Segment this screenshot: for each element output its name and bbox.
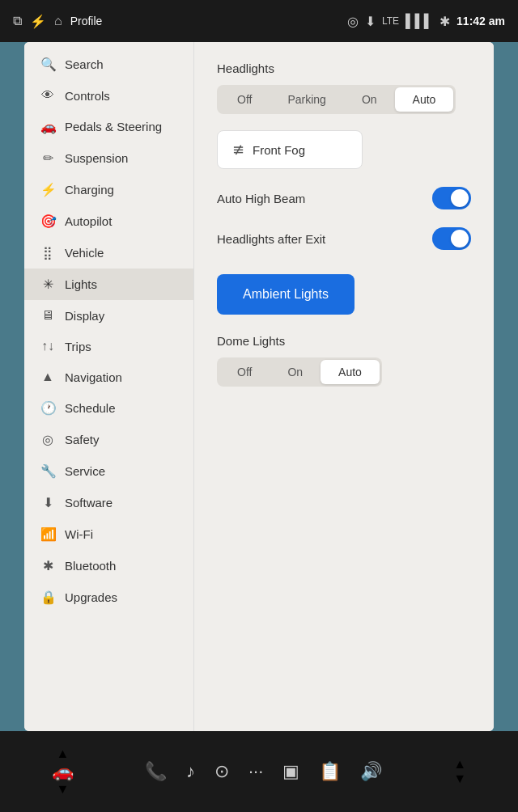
taskbar-car-icon[interactable]: 🚗 [52, 761, 74, 782]
taskbar-music-icon[interactable]: ♪ [186, 761, 195, 782]
ambient-lights-button[interactable]: Ambient Lights [217, 274, 355, 315]
sidebar-item-service[interactable]: 🔧 Service [24, 455, 193, 487]
headlights-exit-row: Headlights after Exit [217, 221, 471, 256]
sidebar-label-trips: Trips [65, 340, 91, 353]
headlights-parking-btn[interactable]: Parking [270, 87, 343, 112]
wifi-icon: 📶 [40, 527, 55, 542]
status-left-icons: ⧉ ⚡ ⌂ Profile [13, 14, 102, 29]
taskbar-apps-icon[interactable]: ▣ [282, 761, 299, 782]
sidebar-label-safety: Safety [65, 433, 100, 446]
sidebar-item-bluetooth[interactable]: ✱ Bluetooth [24, 550, 193, 582]
sidebar-item-lights[interactable]: ✳ Lights [24, 269, 193, 300]
sidebar-label-autopilot: Autopilot [65, 214, 112, 228]
sidebar-label-controls: Controls [65, 89, 110, 103]
download-icon: ⬇ [365, 14, 376, 29]
copy-icon: ⧉ [13, 14, 22, 28]
headlights-off-btn[interactable]: Off [219, 87, 270, 112]
navigation-icon: ▲ [40, 370, 55, 384]
sidebar-label-pedals: Pedals & Steering [65, 120, 162, 133]
service-icon: 🔧 [40, 463, 55, 479]
front-fog-button[interactable]: ≢ Front Fog [217, 130, 363, 169]
sidebar-label-charging: Charging [65, 183, 114, 197]
sidebar-item-search[interactable]: 🔍 Search [24, 49, 193, 80]
chevron-up-icon: ▲ [57, 746, 70, 761]
taskbar-main-row: 📞 ♪ ⊙ ··· ▣ 📋 🔊 [145, 761, 382, 782]
sidebar-item-safety[interactable]: ◎ Safety [24, 424, 193, 455]
sidebar-item-navigation[interactable]: ▲ Navigation [24, 362, 193, 392]
sidebar: 🔍 Search 👁 Controls 🚗 Pedals & Steering … [24, 42, 194, 731]
bluetooth-icon: ✱ [439, 14, 450, 29]
headlights-title: Headlights [217, 61, 471, 75]
controls-icon: 👁 [40, 88, 55, 103]
bluetooth-status-icon: ✱ [40, 558, 55, 573]
sidebar-item-trips[interactable]: ↑↓ Trips [24, 331, 193, 362]
headlights-exit-toggle[interactable] [432, 227, 471, 250]
status-bar: ⧉ ⚡ ⌂ Profile ◎ ⬇ LTE ▌▌▌ ✱ 11:42 am [0, 0, 518, 42]
fog-icon: ≢ [232, 141, 244, 159]
sidebar-item-controls[interactable]: 👁 Controls [24, 80, 193, 111]
dome-off-btn[interactable]: Off [219, 360, 270, 384]
sidebar-item-schedule[interactable]: 🕐 Schedule [24, 392, 193, 424]
chevron-down-icon: ▼ [57, 782, 70, 797]
taskbar-volume-icon[interactable]: 🔊 [360, 761, 382, 782]
display-icon: 🖥 [40, 308, 55, 323]
taskbar-more-icon[interactable]: ··· [248, 761, 263, 782]
signal-icon: ▌▌▌ [405, 14, 433, 28]
front-fog-label: Front Fog [253, 143, 305, 157]
suspension-icon: ✏ [40, 150, 55, 166]
main-screen: 🔍 Search 👁 Controls 🚗 Pedals & Steering … [24, 42, 494, 731]
sidebar-label-search: Search [65, 57, 104, 71]
sidebar-label-upgrades: Upgrades [65, 590, 117, 604]
lights-icon: ✳ [40, 277, 55, 292]
dome-lights-title: Dome Lights [217, 334, 471, 348]
schedule-icon: 🕐 [40, 400, 55, 416]
sidebar-label-display: Display [65, 309, 104, 323]
sidebar-item-display[interactable]: 🖥 Display [24, 300, 193, 331]
dome-auto-btn[interactable]: Auto [321, 360, 380, 384]
headlights-exit-label: Headlights after Exit [217, 232, 325, 246]
sidebar-label-vehicle: Vehicle [65, 246, 104, 260]
trips-icon: ↑↓ [40, 339, 55, 353]
circle-icon: ◎ [347, 14, 359, 29]
headlights-on-btn[interactable]: On [344, 87, 395, 112]
taskbar-media-icon[interactable]: ⊙ [214, 761, 229, 782]
taskbar: ▲ 🚗 ▼ 📞 ♪ ⊙ ··· ▣ 📋 🔊 ▲ ▼ [0, 731, 518, 812]
sidebar-label-bluetooth: Bluetooth [65, 559, 116, 573]
headlights-btn-group: Off Parking On Auto [217, 85, 456, 114]
safety-icon: ◎ [40, 432, 55, 447]
taskbar-calendar-icon[interactable]: 📋 [319, 761, 341, 782]
headlights-auto-btn[interactable]: Auto [395, 87, 454, 112]
sidebar-item-upgrades[interactable]: 🔒 Upgrades [24, 582, 193, 613]
sidebar-label-service: Service [65, 464, 105, 478]
software-icon: ⬇ [40, 495, 55, 510]
sidebar-item-autopilot[interactable]: 🎯 Autopilot [24, 205, 193, 237]
sidebar-item-vehicle[interactable]: ⣿ Vehicle [24, 237, 193, 269]
sidebar-item-charging[interactable]: ⚡ Charging [24, 174, 193, 205]
profile-link[interactable]: Profile [70, 15, 103, 27]
sidebar-item-suspension[interactable]: ✏ Suspension [24, 142, 193, 174]
sidebar-label-software: Software [65, 496, 113, 510]
status-right-area: ◎ ⬇ LTE ▌▌▌ ✱ 11:42 am [347, 14, 505, 29]
taskbar-phone-icon[interactable]: 📞 [145, 761, 167, 782]
time-display: 11:42 am [456, 15, 505, 27]
sidebar-item-software[interactable]: ⬇ Software [24, 487, 193, 518]
search-icon: 🔍 [40, 57, 55, 72]
dome-on-btn[interactable]: On [270, 360, 321, 384]
chevron-down-right-icon: ▼ [453, 772, 466, 786]
auto-high-beam-row: Auto High Beam [217, 180, 471, 216]
auto-high-beam-toggle[interactable] [432, 187, 471, 209]
sidebar-label-schedule: Schedule [65, 401, 116, 415]
main-content: Headlights Off Parking On Auto ≢ Front F… [194, 42, 494, 731]
vehicle-icon: ⣿ [40, 245, 55, 260]
charging-icon: ⚡ [40, 182, 55, 197]
lte-label: LTE [382, 15, 399, 27]
sidebar-label-navigation: Navigation [65, 370, 122, 384]
content-area: 🔍 Search 👁 Controls 🚗 Pedals & Steering … [24, 42, 494, 731]
sidebar-label-lights: Lights [65, 277, 97, 291]
home-icon: ⌂ [54, 14, 62, 28]
sidebar-item-wifi[interactable]: 📶 Wi-Fi [24, 518, 193, 550]
sidebar-item-pedals[interactable]: 🚗 Pedals & Steering [24, 111, 193, 142]
bolt-icon: ⚡ [30, 14, 46, 29]
chevron-up-right-icon: ▲ [453, 757, 466, 772]
pedals-icon: 🚗 [40, 119, 55, 134]
